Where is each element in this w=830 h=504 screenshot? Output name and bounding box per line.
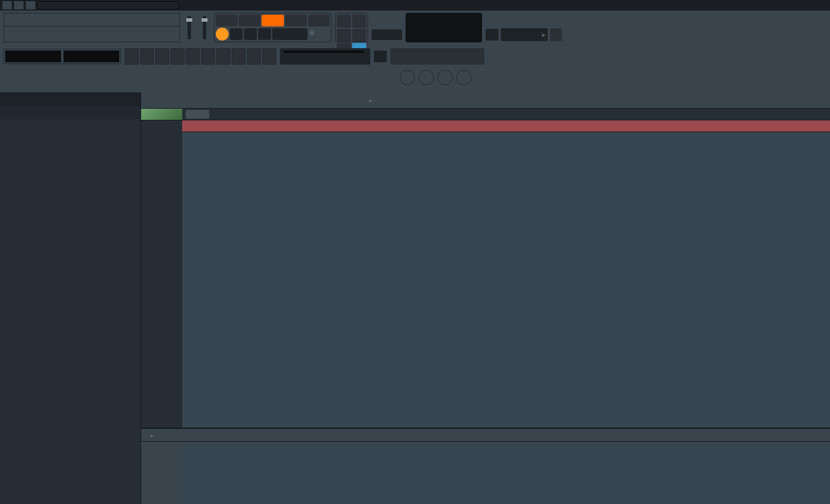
countdown-button[interactable] [239, 15, 260, 26]
snap-mode-select[interactable] [372, 29, 402, 40]
restore-button[interactable] [14, 1, 24, 9]
loop-mode-button[interactable] [216, 28, 229, 41]
menu-edit[interactable] [12, 19, 14, 21]
playlist-button[interactable] [337, 15, 351, 28]
power-button[interactable] [400, 70, 415, 85]
time-display[interactable] [406, 13, 482, 42]
piano-roll-panel: ▸ ▸ [141, 92, 830, 504]
shortcut-3[interactable] [170, 48, 185, 65]
browser-panel [0, 92, 141, 504]
master-meter [4, 49, 121, 64]
pattern-play-button[interactable] [486, 29, 498, 41]
menu-help[interactable] [36, 19, 39, 21]
close-button[interactable] [26, 1, 35, 9]
pattern-select[interactable]: ▸ [501, 28, 548, 41]
mixer-button[interactable] [352, 29, 366, 42]
title-input[interactable] [38, 1, 179, 9]
main-menu-panel [4, 13, 180, 42]
shortcut-1[interactable] [140, 48, 154, 65]
timeline-ruler[interactable] [182, 120, 830, 132]
speaker-icon[interactable] [347, 95, 359, 106]
view-shortcuts [335, 13, 368, 42]
pr-delete-icon[interactable] [239, 95, 250, 106]
piano-roll-button[interactable] [352, 15, 366, 28]
master-volume-slider[interactable] [203, 16, 206, 39]
shortcut-0[interactable] [125, 48, 139, 65]
pr-select-icon[interactable] [295, 95, 307, 106]
swing-knob[interactable] [309, 30, 317, 38]
shortcut-5[interactable] [201, 48, 215, 65]
main-menubar [4, 14, 179, 26]
help-button[interactable] [456, 70, 471, 85]
pr-playback-icon[interactable] [323, 95, 335, 106]
pr-cut-icon[interactable] [281, 95, 293, 106]
titlebar [0, 0, 830, 11]
transport-panel [214, 13, 332, 42]
shortcut-4[interactable] [186, 48, 200, 65]
mic-button[interactable] [437, 70, 453, 85]
panel-shortcuts [125, 48, 276, 65]
menu-tools[interactable] [32, 19, 35, 21]
cpu-panel [280, 48, 370, 65]
shortcut-6[interactable] [216, 48, 230, 65]
menu-patterns[interactable] [20, 19, 22, 21]
pr-zoom-icon[interactable] [309, 95, 321, 106]
piano-keys[interactable] [141, 120, 182, 428]
channel-rack-button[interactable] [337, 29, 351, 42]
pr-mute-icon[interactable] [253, 95, 265, 106]
minimize-button[interactable] [2, 1, 12, 9]
wait-input-button[interactable] [262, 15, 283, 26]
pr-tool-1[interactable] [159, 95, 170, 106]
piano-roll-toolbar: ▸ [141, 92, 830, 109]
pr-corner[interactable] [141, 109, 182, 120]
shortcut-2[interactable] [155, 48, 169, 65]
loop-record-button[interactable] [308, 15, 330, 26]
pr-hscroll-thumb[interactable] [186, 110, 209, 119]
menu-options[interactable] [28, 19, 31, 21]
metronome-button[interactable] [216, 15, 237, 26]
pr-magnet-icon[interactable] [173, 95, 185, 106]
play-button[interactable] [230, 28, 243, 40]
velocity-editor[interactable] [182, 442, 830, 504]
browser-list[interactable] [0, 119, 140, 504]
download-manager-button[interactable] [374, 51, 387, 62]
stop-button[interactable] [244, 28, 257, 40]
shortcut-9[interactable] [262, 48, 276, 65]
pr-slip-icon[interactable] [267, 95, 279, 106]
tempo-field[interactable] [272, 28, 307, 40]
record-button[interactable] [258, 28, 271, 40]
pr-menu-icon[interactable] [145, 95, 156, 106]
shortcut-8[interactable] [247, 48, 261, 65]
piano-grid[interactable] [182, 120, 830, 428]
scissors-button[interactable] [419, 70, 434, 85]
shortcut-7[interactable] [232, 48, 246, 65]
menu-file[interactable] [8, 19, 10, 21]
menu-add[interactable] [16, 19, 18, 21]
menu-view[interactable] [24, 19, 26, 21]
news-panel[interactable] [390, 48, 484, 65]
step-edit-button[interactable] [285, 15, 307, 26]
pattern-add-button[interactable] [550, 28, 562, 41]
pr-tool-3[interactable] [187, 95, 199, 106]
pr-pencil-icon[interactable] [225, 95, 236, 106]
master-pitch-slider[interactable] [188, 16, 191, 39]
pr-tag-icon[interactable] [210, 95, 222, 106]
